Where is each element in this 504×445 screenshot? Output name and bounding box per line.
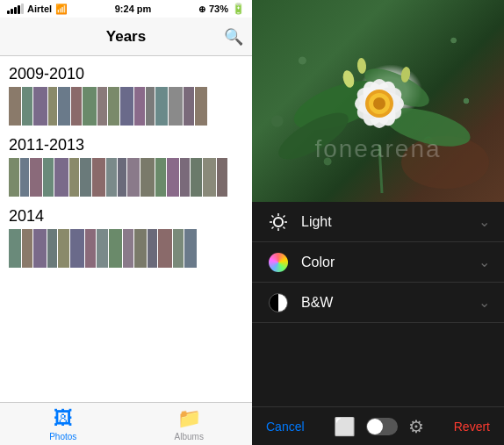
status-bar: Airtel 📶 9:24 pm ⊕ 73% 🔋 xyxy=(0,0,252,18)
svg-line-26 xyxy=(272,226,274,228)
light-chevron-icon: ⌄ xyxy=(479,213,490,230)
search-button[interactable]: 🔍 xyxy=(224,27,243,47)
svg-point-14 xyxy=(373,97,385,110)
light-label: Light xyxy=(301,214,479,230)
year-group-2014[interactable]: 2014 xyxy=(0,205,252,268)
photo-strip-2009 xyxy=(9,87,243,126)
photo-strip-2011 xyxy=(9,158,243,197)
color-chevron-icon: ⌄ xyxy=(479,254,490,270)
photo-display: fonearena xyxy=(252,0,504,202)
tab-albums[interactable]: 📁 Albums xyxy=(126,403,253,445)
wifi-icon: 📶 xyxy=(55,4,68,15)
bw-label: B&W xyxy=(301,295,479,311)
albums-icon: 📁 xyxy=(177,407,201,430)
battery-icon: 🔋 xyxy=(232,3,245,15)
tab-albums-label: Albums xyxy=(175,432,204,441)
tab-photos[interactable]: 🖼 Photos xyxy=(0,403,126,445)
page-title: Years xyxy=(106,28,146,46)
svg-point-18 xyxy=(274,218,283,226)
svg-line-23 xyxy=(272,215,274,217)
cancel-button[interactable]: Cancel xyxy=(261,416,310,437)
bw-icon xyxy=(266,291,291,315)
carrier-label: Airtel xyxy=(27,4,52,14)
svg-point-17 xyxy=(356,58,367,75)
year-label-2014: 2014 xyxy=(0,205,252,229)
year-group-2011[interactable]: 2011-2013 xyxy=(0,134,252,197)
toolbar-center: ⬜ ⚙ xyxy=(334,416,424,437)
edit-option-light[interactable]: Light ⌄ xyxy=(252,202,504,242)
crop-icon[interactable]: ⬜ xyxy=(334,416,356,437)
svg-line-25 xyxy=(284,215,285,217)
year-group-2009[interactable]: 2009-2010 xyxy=(0,63,252,126)
svg-line-5 xyxy=(379,145,382,193)
year-label-2011: 2011-2013 xyxy=(0,134,252,158)
color-icon xyxy=(266,250,291,275)
right-panel: fonearena Light ⌄ xyxy=(252,0,504,445)
edit-controls: Light ⌄ Color ⌄ B&W ⌄ xyxy=(252,202,504,406)
photos-icon: 🖼 xyxy=(54,407,73,430)
signal-icon xyxy=(7,4,24,14)
edit-option-bw[interactable]: B&W ⌄ xyxy=(252,283,504,323)
revert-button[interactable]: Revert xyxy=(449,416,495,437)
nav-bar: Years 🔍 xyxy=(0,18,252,56)
tab-photos-label: Photos xyxy=(49,432,76,441)
left-panel: Airtel 📶 9:24 pm ⊕ 73% 🔋 Years 🔍 2009-20… xyxy=(0,0,252,445)
year-label-2009: 2009-2010 xyxy=(0,63,252,87)
color-label: Color xyxy=(301,255,479,270)
time-label: 9:24 pm xyxy=(115,4,152,14)
bw-chevron-icon: ⌄ xyxy=(479,294,490,311)
flower-image xyxy=(252,0,504,202)
sun-icon xyxy=(266,210,291,234)
photo-strip-2014 xyxy=(9,229,243,268)
toggle-switch[interactable] xyxy=(366,418,398,435)
tab-bar: 🖼 Photos 📁 Albums xyxy=(0,402,252,445)
edit-option-color[interactable]: Color ⌄ xyxy=(252,242,504,283)
location-icon: ⊕ xyxy=(198,4,205,14)
bottom-toolbar: Cancel ⬜ ⚙ Revert xyxy=(252,406,504,445)
svg-line-24 xyxy=(284,226,285,228)
status-right: ⊕ 73% 🔋 xyxy=(198,3,245,15)
years-list[interactable]: 2009-2010 2011-2013 xyxy=(0,56,252,402)
filter-icon[interactable]: ⚙ xyxy=(408,416,424,437)
battery-label: 73% xyxy=(209,4,228,14)
toggle-knob xyxy=(367,419,383,434)
status-left: Airtel 📶 xyxy=(7,4,68,15)
